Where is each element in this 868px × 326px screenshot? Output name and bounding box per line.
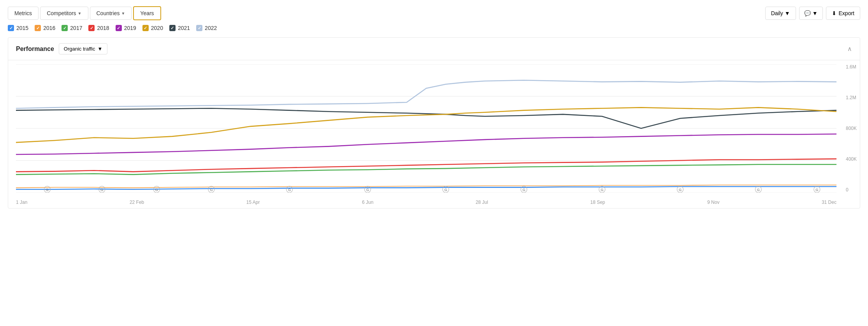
y-axis-label: 1.6M xyxy=(846,64,857,70)
legend-checkbox-2021: ✓ xyxy=(169,25,176,31)
legend-item-2016[interactable]: ✓2016 xyxy=(35,25,55,31)
x-axis-label: 28 Jul xyxy=(476,200,488,205)
svg-text:G: G xyxy=(46,188,49,192)
legend-checkbox-2020: ✓ xyxy=(142,25,149,31)
export-button[interactable]: ⬇ Export xyxy=(826,7,860,20)
y-axis-label: 800K xyxy=(846,126,857,131)
legend-label-2015: 2015 xyxy=(16,25,28,31)
svg-text:G: G xyxy=(601,188,603,192)
legend-item-2017[interactable]: ✓2017 xyxy=(61,25,82,31)
daily-button[interactable]: Daily ▼ xyxy=(765,7,796,20)
performance-section: Performance Organic traffic ▼ ∧ xyxy=(8,37,860,209)
metric-selector-button[interactable]: Organic traffic ▼ xyxy=(59,43,108,54)
daily-chevron-icon: ▼ xyxy=(785,10,790,16)
comment-icon: 💬 xyxy=(804,10,811,16)
y-axis-labels: 1.6M1.2M800K400K0 xyxy=(846,64,857,193)
legend-label-2016: 2016 xyxy=(43,25,55,31)
y-axis-label: 400K xyxy=(846,156,857,162)
x-axis-labels: 1 Jan22 Feb15 Apr6 Jun28 Jul18 Sep9 Nov3… xyxy=(16,200,836,205)
years-button[interactable]: Years xyxy=(133,6,161,20)
svg-text:G: G xyxy=(366,188,369,192)
x-axis-label: 22 Feb xyxy=(130,200,144,205)
metrics-label: Metrics xyxy=(14,10,32,16)
countries-label: Countries xyxy=(97,10,120,16)
export-icon: ⬇ xyxy=(832,10,836,16)
performance-header: Performance Organic traffic ▼ ∧ xyxy=(8,38,860,60)
legend-label-2020: 2020 xyxy=(151,25,163,31)
legend-checkbox-2016: ✓ xyxy=(35,25,41,31)
svg-text:G: G xyxy=(522,188,525,192)
legend-label-2018: 2018 xyxy=(97,25,109,31)
collapse-icon: ∧ xyxy=(847,46,852,52)
main-container: Metrics Competitors ▼ Countries ▼ Years … xyxy=(0,0,868,215)
svg-text:G: G xyxy=(445,188,447,192)
svg-text:G: G xyxy=(210,188,213,192)
performance-title: Performance xyxy=(16,46,54,53)
chart-area: G G G G G G G G G G G xyxy=(8,60,860,208)
legend-checkbox-2019: ✓ xyxy=(116,25,122,31)
competitors-chevron-icon: ▼ xyxy=(78,11,82,16)
legend-row: ✓2015✓2016✓2017✓2018✓2019✓2020✓2021✓2022 xyxy=(8,25,860,31)
x-axis-label: 15 Apr xyxy=(246,200,260,205)
x-axis-label: 9 Nov xyxy=(707,200,719,205)
daily-label: Daily xyxy=(771,10,783,16)
svg-text:G: G xyxy=(100,188,103,192)
legend-item-2020[interactable]: ✓2020 xyxy=(142,25,163,31)
legend-checkbox-2015: ✓ xyxy=(8,25,14,31)
collapse-button[interactable]: ∧ xyxy=(847,45,852,53)
years-label: Years xyxy=(140,10,154,16)
svg-text:G: G xyxy=(757,188,760,192)
countries-chevron-icon: ▼ xyxy=(121,11,125,16)
y-axis-label: 0 xyxy=(846,187,857,193)
legend-label-2022: 2022 xyxy=(205,25,217,31)
legend-item-2021[interactable]: ✓2021 xyxy=(169,25,190,31)
comment-button[interactable]: 💬 ▼ xyxy=(799,7,823,20)
legend-checkbox-2022: ✓ xyxy=(196,25,202,31)
x-axis-label: 31 Dec xyxy=(822,200,836,205)
x-axis-label: 1 Jan xyxy=(16,200,27,205)
competitors-button[interactable]: Competitors ▼ xyxy=(40,7,88,20)
svg-text:G: G xyxy=(155,188,158,192)
y-axis-label: 1.2M xyxy=(846,95,857,100)
legend-label-2021: 2021 xyxy=(178,25,190,31)
chart-svg: G G G G G G G G G G G xyxy=(16,64,836,193)
legend-checkbox-2017: ✓ xyxy=(61,25,68,31)
comment-chevron-icon: ▼ xyxy=(812,10,818,16)
legend-item-2015[interactable]: ✓2015 xyxy=(8,25,28,31)
toolbar-left: Metrics Competitors ▼ Countries ▼ Years xyxy=(8,6,161,20)
legend-item-2019[interactable]: ✓2019 xyxy=(116,25,136,31)
svg-text:G: G xyxy=(288,188,291,192)
legend-item-2022[interactable]: ✓2022 xyxy=(196,25,217,31)
export-label: Export xyxy=(839,10,854,16)
competitors-label: Competitors xyxy=(47,10,76,16)
metric-selector-chevron-icon: ▼ xyxy=(98,46,103,52)
x-axis-label: 6 Jun xyxy=(362,200,373,205)
x-axis-label: 18 Sep xyxy=(590,200,605,205)
metric-selector-label: Organic traffic xyxy=(64,46,95,52)
legend-checkbox-2018: ✓ xyxy=(88,25,95,31)
svg-text:G: G xyxy=(679,188,682,192)
svg-text:G: G xyxy=(815,188,818,192)
countries-button[interactable]: Countries ▼ xyxy=(90,7,132,20)
legend-label-2019: 2019 xyxy=(124,25,136,31)
metrics-button[interactable]: Metrics xyxy=(8,7,39,20)
legend-label-2017: 2017 xyxy=(70,25,82,31)
toolbar-right: Daily ▼ 💬 ▼ ⬇ Export xyxy=(765,7,860,20)
toolbar: Metrics Competitors ▼ Countries ▼ Years … xyxy=(8,6,860,20)
legend-item-2018[interactable]: ✓2018 xyxy=(88,25,109,31)
